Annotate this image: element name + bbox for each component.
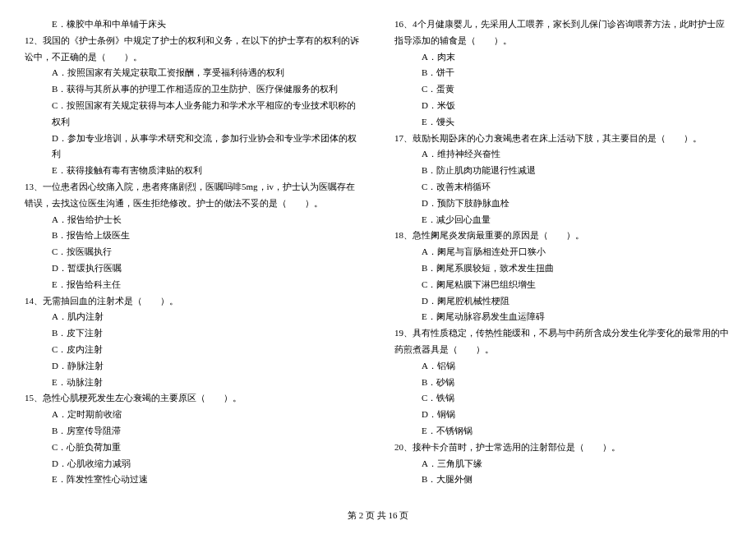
answer-option: B．防止肌肉功能退行性减退 bbox=[394, 163, 731, 179]
answer-option: E．减少回心血量 bbox=[394, 212, 731, 228]
answer-option: A．三角肌下缘 bbox=[394, 456, 731, 472]
question-text: 15、急性心肌梗死发生左心衰竭的主要原区（ ）。 bbox=[25, 390, 362, 407]
answer-option: B．房室传导阻滞 bbox=[25, 423, 362, 440]
answer-option: A．报告给护士长 bbox=[25, 212, 362, 228]
question-text: 16、4个月健康婴儿，先采用人工喂养，家长到儿保门诊咨询喂养方法，此时护士应指导… bbox=[394, 16, 731, 49]
answer-option: C．蛋黄 bbox=[394, 81, 731, 98]
answer-option: D．静脉注射 bbox=[25, 358, 362, 375]
answer-option: B．报告给上级医生 bbox=[25, 228, 362, 244]
answer-option: B．饼干 bbox=[394, 65, 731, 81]
question-text: 12、我国的《护士条例》中规定了护士的权利和义务，在以下的护士享有的权利的诉讼中… bbox=[25, 33, 362, 66]
answer-option: B．大腿外侧 bbox=[394, 472, 731, 488]
answer-option: A．肌内注射 bbox=[25, 309, 362, 325]
exam-page: E．橡胶中单和中单铺于床头12、我国的《护士条例》中规定了护士的权利和义务，在以… bbox=[25, 16, 731, 501]
question-text: 13、一位患者因心绞痛入院，患者疼痛剧烈，医嘱吗啡5mg，iv，护士认为医嘱存在… bbox=[25, 179, 362, 212]
page-footer: 第 2 页 共 16 页 bbox=[25, 508, 731, 524]
answer-option: D．阑尾腔机械性梗阻 bbox=[394, 293, 731, 310]
answer-option: B．阑尾系膜较短，致术发生扭曲 bbox=[394, 260, 731, 277]
answer-option: E．阵发性室性心动过速 bbox=[25, 472, 362, 488]
answer-option: A．按照国家有关规定获取工资报酬，享受福利待遇的权利 bbox=[25, 65, 362, 81]
answer-option: D．预防下肢静脉血栓 bbox=[394, 196, 731, 212]
answer-option: E．橡胶中单和中单铺于床头 bbox=[25, 16, 362, 33]
answer-option: E．动脉注射 bbox=[25, 375, 362, 391]
question-text: 20、接种卡介苗时，护士常选用的注射部位是（ ）。 bbox=[394, 440, 731, 456]
answer-option: D．参加专业培训，从事学术研究和交流，参加行业协会和专业学术团体的权利 bbox=[25, 131, 362, 163]
answer-option: E．阑尾动脉容易发生血运障碍 bbox=[394, 309, 731, 325]
question-text: 19、具有性质稳定，传热性能缓和，不易与中药所含成分发生化学变化的最常用的中药煎… bbox=[394, 325, 731, 358]
answer-option: A．定时期前收缩 bbox=[25, 407, 362, 423]
answer-option: B．获得与其所从事的护理工作相适应的卫生防护、医疗保健服务的权利 bbox=[25, 81, 362, 98]
answer-option: C．按医嘱执行 bbox=[25, 244, 362, 260]
answer-option: E．馒头 bbox=[394, 114, 731, 131]
answer-option: E．不锈钢锅 bbox=[394, 423, 731, 440]
answer-option: C．皮内注射 bbox=[25, 342, 362, 358]
answer-option: D．心肌收缩力减弱 bbox=[25, 456, 362, 472]
answer-option: C．阑尾粘膜下淋巴组织增生 bbox=[394, 277, 731, 293]
answer-option: C．心脏负荷加重 bbox=[25, 440, 362, 456]
question-text: 17、鼓励长期卧床的心力衰竭患者在床上活动下肢，其主要目的是（ ）。 bbox=[394, 131, 731, 147]
answer-option: A．维持神经兴奋性 bbox=[394, 146, 731, 163]
answer-option: D．铜锅 bbox=[394, 407, 731, 423]
answer-option: E．报告给科主任 bbox=[25, 277, 362, 293]
answer-option: D．米饭 bbox=[394, 98, 731, 114]
answer-option: D．暂缓执行医嘱 bbox=[25, 260, 362, 277]
answer-option: C．改善末梢循环 bbox=[394, 179, 731, 196]
question-text: 18、急性阑尾炎发病最重要的原因是（ ）。 bbox=[394, 228, 731, 244]
question-text: 14、无需抽回血的注射术是（ ）。 bbox=[25, 293, 362, 310]
answer-option: B．砂锅 bbox=[394, 375, 731, 391]
answer-option: E．获得接触有毒有害物质津贴的权利 bbox=[25, 163, 362, 179]
answer-option: C．按照国家有关规定获得与本人业务能力和学术水平相应的专业技术职称的权利 bbox=[25, 98, 362, 131]
answer-option: A．肉末 bbox=[394, 49, 731, 66]
answer-option: A．阑尾与盲肠相连处开口狭小 bbox=[394, 244, 731, 260]
answer-option: B．皮下注射 bbox=[25, 325, 362, 342]
answer-option: C．铁锅 bbox=[394, 390, 731, 407]
answer-option: A．铝锅 bbox=[394, 358, 731, 375]
